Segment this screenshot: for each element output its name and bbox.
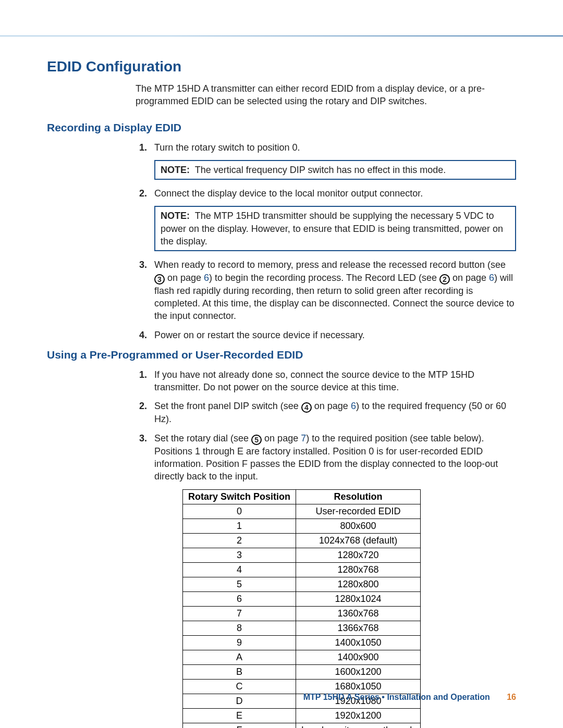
intro-paragraph: The MTP 15HD A transmitter can either re…	[136, 82, 516, 108]
cell-resolution: 1680x1050	[296, 679, 421, 694]
list-item: 2. Connect the display device to the loc…	[136, 187, 516, 200]
circled-5-icon: 5	[251, 435, 262, 445]
table-row: 81366x768	[183, 621, 421, 635]
step-number: 1.	[136, 368, 147, 394]
footer: MTP 15HD A Series • Installation and Ope…	[303, 693, 516, 702]
table-row: 0User-recorded EDID	[183, 504, 421, 519]
list-item: 1. Turn the rotary switch to position 0.	[136, 141, 516, 154]
cell-resolution: 1280x720	[296, 548, 421, 562]
cell-resolution: User-recorded EDID	[296, 504, 421, 519]
cell-position: 5	[183, 577, 296, 591]
circled-2-icon: 2	[439, 274, 450, 285]
cell-resolution: 800x600	[296, 519, 421, 533]
list-item: 3. When ready to record to memory, press…	[136, 258, 516, 322]
cell-position: 3	[183, 548, 296, 562]
cell-resolution: 1400x1050	[296, 635, 421, 650]
page-link[interactable]: 6	[204, 273, 209, 283]
table-row: FLocal monitor pass-through	[183, 723, 421, 728]
cell-resolution: 1024x768 (default)	[296, 533, 421, 548]
page-number: 16	[507, 693, 516, 701]
step-number: 1.	[136, 141, 147, 154]
note-box: NOTE: The vertical frequency DIP switch …	[154, 160, 516, 180]
page-link[interactable]: 6	[489, 273, 494, 283]
circled-4-icon: 4	[301, 402, 312, 413]
recording-steps: 1. Turn the rotary switch to position 0.	[136, 141, 516, 154]
cell-resolution: 1920x1200	[296, 708, 421, 723]
table-row: 31280x720	[183, 548, 421, 562]
cell-position: A	[183, 650, 296, 664]
cell-resolution: 1280x800	[296, 577, 421, 591]
cell-resolution: 1280x1024	[296, 591, 421, 606]
cell-resolution: 1360x768	[296, 606, 421, 621]
step-number: 2.	[136, 400, 147, 425]
cell-position: 1	[183, 519, 296, 533]
list-item: 3. Set the rotary dial (see 5 on page 7)…	[136, 432, 516, 483]
step-number: 4.	[136, 329, 147, 341]
table-row: 41280x768	[183, 562, 421, 577]
section-preprog-title: Using a Pre-Programmed or User-Recorded …	[47, 349, 516, 361]
cell-position: 8	[183, 621, 296, 635]
step-text: Power on or restart the source device if…	[154, 329, 516, 341]
cell-position: D	[183, 694, 296, 708]
cell-resolution: 1600x1200	[296, 664, 421, 679]
top-rule	[0, 35, 563, 36]
step-number: 3.	[136, 432, 147, 483]
table-row: A1400x900	[183, 650, 421, 664]
page-link[interactable]: 7	[301, 433, 306, 443]
table-header-position: Rotary Switch Position	[183, 489, 296, 504]
cell-position: 7	[183, 606, 296, 621]
note-text: The MTP 15HD transmitter should be suppl…	[161, 211, 503, 246]
step-number: 2.	[136, 187, 147, 200]
page-body: EDID Configuration The MTP 15HD A transm…	[0, 0, 563, 728]
step-text: Set the rotary dial (see 5 on page 7) to…	[154, 432, 516, 483]
page-title: EDID Configuration	[47, 58, 516, 75]
note-box: NOTE: The MTP 15HD transmitter should be…	[154, 206, 516, 251]
table-row: E1920x1200	[183, 708, 421, 723]
table-row: B1600x1200	[183, 664, 421, 679]
list-item: 4. Power on or restart the source device…	[136, 329, 516, 341]
table-header-resolution: Resolution	[296, 489, 421, 504]
note-label: NOTE:	[161, 165, 190, 175]
cell-position: 6	[183, 591, 296, 606]
table-row: C1680x1050	[183, 679, 421, 694]
cell-position: 0	[183, 504, 296, 519]
footer-text: MTP 15HD A Series • Installation and Ope…	[303, 693, 490, 701]
note-label: NOTE:	[161, 211, 190, 221]
cell-position: F	[183, 723, 296, 728]
table-row: 1800x600	[183, 519, 421, 533]
step-text: Set the front panel DIP switch (see 4 on…	[154, 400, 516, 425]
table-row: 71360x768	[183, 606, 421, 621]
step-text: Connect the display device to the local …	[154, 187, 516, 200]
table-row: 61280x1024	[183, 591, 421, 606]
note-text: The vertical frequency DIP switch has no…	[195, 165, 446, 175]
cell-position: 2	[183, 533, 296, 548]
step-text: When ready to record to memory, press an…	[154, 258, 516, 322]
cell-position: 9	[183, 635, 296, 650]
section-recording-title: Recording a Display EDID	[47, 121, 516, 134]
cell-resolution: Local monitor pass-through	[296, 723, 421, 728]
cell-resolution: 1400x900	[296, 650, 421, 664]
table-row: 51280x800	[183, 577, 421, 591]
cell-resolution: 1280x768	[296, 562, 421, 577]
cell-resolution: 1366x768	[296, 621, 421, 635]
step-text: Turn the rotary switch to position 0.	[154, 141, 516, 154]
list-item: 1. If you have not already done so, conn…	[136, 368, 516, 394]
step-text: If you have not already done so, connect…	[154, 368, 516, 394]
circled-3-icon: 3	[154, 274, 165, 285]
step-number: 3.	[136, 258, 147, 322]
cell-position: C	[183, 679, 296, 694]
cell-position: E	[183, 708, 296, 723]
cell-position: B	[183, 664, 296, 679]
cell-position: 4	[183, 562, 296, 577]
table-row: 21024x768 (default)	[183, 533, 421, 548]
table-row: 91400x1050	[183, 635, 421, 650]
list-item: 2. Set the front panel DIP switch (see 4…	[136, 400, 516, 425]
page-link[interactable]: 6	[351, 401, 356, 411]
